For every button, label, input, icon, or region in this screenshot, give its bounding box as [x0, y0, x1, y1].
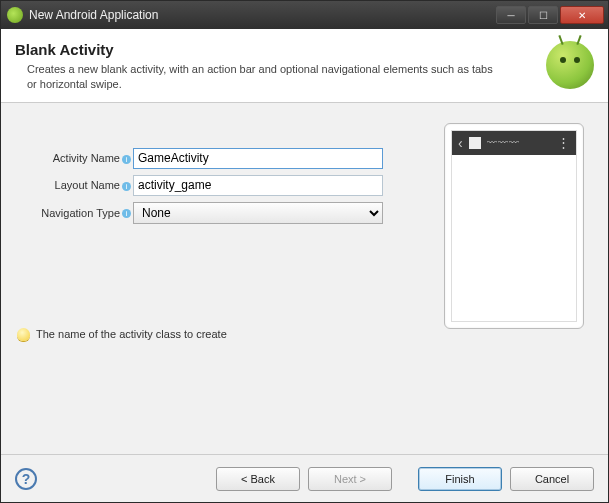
overflow-icon: ⋮: [557, 138, 570, 148]
page-title: Blank Activity: [15, 41, 546, 58]
label-layout-name: Layout Namei: [23, 179, 131, 191]
phone-actionbar: ‹ 〰〰〰 ⋮: [452, 131, 576, 155]
app-square-icon: [469, 137, 481, 149]
row-navigation-type: Navigation Typei None: [23, 202, 383, 224]
wizard-footer: ? < Back Next > Finish Cancel: [1, 454, 608, 502]
hint-text: The name of the activity class to create: [36, 328, 227, 340]
page-description: Creates a new blank activity, with an ac…: [15, 62, 495, 92]
titlebar: New Android Application ─ ☐ ✕: [1, 1, 608, 29]
activity-name-input[interactable]: [133, 148, 383, 169]
next-button: Next >: [308, 467, 392, 491]
help-icon[interactable]: ?: [15, 468, 37, 490]
maximize-button[interactable]: ☐: [528, 6, 558, 24]
lightbulb-icon: [17, 328, 30, 341]
android-icon: [546, 41, 594, 89]
info-icon[interactable]: i: [122, 155, 131, 164]
phone-preview: ‹ 〰〰〰 ⋮: [444, 123, 584, 329]
wizard-window: New Android Application ─ ☐ ✕ Blank Acti…: [0, 0, 609, 503]
chevron-left-icon: ‹: [458, 135, 463, 151]
label-activity-name: Activity Namei: [23, 152, 131, 164]
wizard-header-text: Blank Activity Creates a new blank activ…: [15, 41, 546, 92]
row-layout-name: Layout Namei: [23, 175, 383, 196]
finish-button[interactable]: Finish: [418, 467, 502, 491]
info-icon[interactable]: i: [122, 209, 131, 218]
layout-name-input[interactable]: [133, 175, 383, 196]
wizard-content: Activity Namei Layout Namei Navigation T…: [1, 103, 608, 454]
window-controls: ─ ☐ ✕: [496, 6, 604, 24]
form-area: Activity Namei Layout Namei Navigation T…: [23, 148, 383, 230]
navigation-type-select[interactable]: None: [133, 202, 383, 224]
back-button[interactable]: < Back: [216, 467, 300, 491]
minimize-button[interactable]: ─: [496, 6, 526, 24]
info-icon[interactable]: i: [122, 182, 131, 191]
row-activity-name: Activity Namei: [23, 148, 383, 169]
phone-screen: ‹ 〰〰〰 ⋮: [451, 130, 577, 322]
title-placeholder: 〰〰〰: [487, 137, 551, 148]
hint-row: The name of the activity class to create: [17, 328, 227, 341]
cancel-button[interactable]: Cancel: [510, 467, 594, 491]
app-icon: [7, 7, 23, 23]
window-title: New Android Application: [29, 8, 496, 22]
wizard-header: Blank Activity Creates a new blank activ…: [1, 29, 608, 102]
close-button[interactable]: ✕: [560, 6, 604, 24]
label-navigation-type: Navigation Typei: [23, 207, 131, 219]
